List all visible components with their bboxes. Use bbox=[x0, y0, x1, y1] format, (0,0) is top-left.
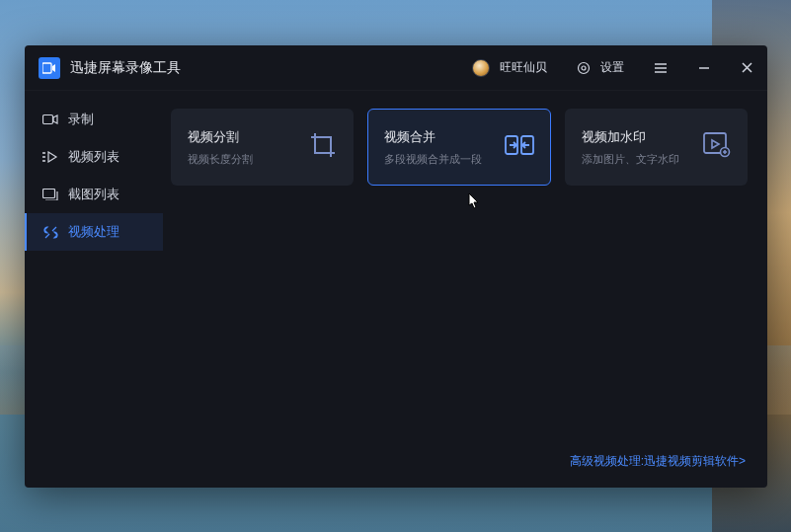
image-list-icon bbox=[42, 189, 58, 200]
card-subtitle: 多段视频合并成一段 bbox=[384, 152, 492, 167]
footer: 高级视频处理:迅捷视频剪辑软件> bbox=[171, 447, 748, 474]
app-logo-icon bbox=[39, 57, 60, 79]
camera-icon bbox=[42, 114, 58, 125]
card-title: 视频分割 bbox=[188, 128, 297, 146]
card-subtitle: 视频长度分割 bbox=[188, 152, 297, 167]
svg-rect-0 bbox=[42, 63, 51, 73]
close-button[interactable] bbox=[741, 61, 753, 74]
sidebar-item-record[interactable]: 录制 bbox=[25, 101, 163, 138]
svg-point-1 bbox=[579, 62, 590, 73]
app-window: 迅捷屏幕录像工具 旺旺仙贝 设置 录制 bbox=[25, 45, 767, 488]
sidebar-item-label: 视频处理 bbox=[68, 223, 119, 241]
card-video-merge[interactable]: 视频合并 多段视频合并成一段 bbox=[367, 109, 550, 186]
card-subtitle: 添加图片、文字水印 bbox=[582, 152, 691, 167]
sidebar-item-video-process[interactable]: 视频处理 bbox=[25, 213, 163, 251]
tools-icon bbox=[42, 225, 58, 240]
titlebar: 迅捷屏幕录像工具 旺旺仙贝 设置 bbox=[25, 45, 767, 91]
crop-icon bbox=[309, 131, 337, 163]
sidebar: 录制 视频列表 截图列表 视频处理 bbox=[25, 91, 163, 488]
advanced-link[interactable]: 高级视频处理:迅捷视频剪辑软件> bbox=[570, 454, 746, 468]
sidebar-item-screenshot-list[interactable]: 截图列表 bbox=[25, 176, 163, 213]
minimize-button[interactable] bbox=[697, 61, 711, 75]
username[interactable]: 旺旺仙贝 bbox=[500, 59, 547, 76]
svg-point-2 bbox=[582, 66, 586, 70]
sidebar-item-label: 录制 bbox=[68, 111, 94, 128]
card-video-split[interactable]: 视频分割 视频长度分割 bbox=[171, 109, 354, 186]
merge-icon bbox=[505, 133, 534, 161]
svg-rect-4 bbox=[43, 190, 55, 198]
card-title: 视频加水印 bbox=[582, 128, 691, 146]
watermark-icon bbox=[703, 132, 731, 162]
menu-icon[interactable] bbox=[654, 62, 668, 74]
sidebar-item-label: 视频列表 bbox=[68, 148, 119, 166]
card-video-watermark[interactable]: 视频加水印 添加图片、文字水印 bbox=[565, 109, 748, 186]
card-title: 视频合并 bbox=[384, 128, 492, 146]
user-avatar[interactable] bbox=[472, 59, 490, 77]
app-title: 迅捷屏幕录像工具 bbox=[70, 59, 181, 77]
settings-icon[interactable] bbox=[577, 61, 591, 75]
svg-rect-3 bbox=[43, 115, 53, 124]
playlist-icon bbox=[42, 151, 58, 163]
settings-button[interactable]: 设置 bbox=[600, 59, 624, 76]
sidebar-item-video-list[interactable]: 视频列表 bbox=[25, 138, 163, 176]
main-content: 视频分割 视频长度分割 视频合并 多段视频合并成一段 bbox=[163, 91, 767, 488]
sidebar-item-label: 截图列表 bbox=[68, 186, 119, 203]
